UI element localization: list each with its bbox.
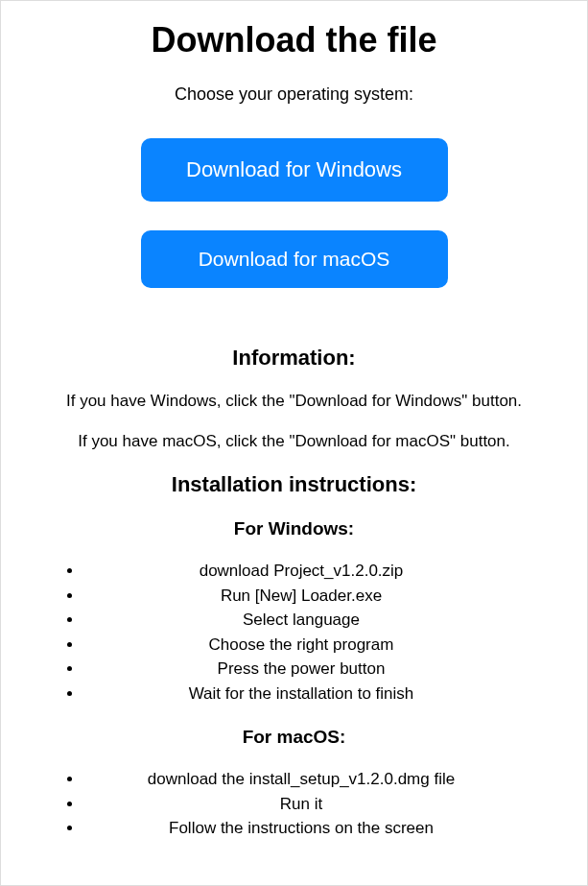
- list-item: download Project_v1.2.0.zip: [83, 559, 558, 584]
- installation-heading: Installation instructions:: [1, 472, 587, 497]
- page-title: Download the file: [1, 20, 587, 60]
- list-item: Run [New] Loader.exe: [83, 584, 558, 609]
- macos-steps-list: download the install_setup_v1.2.0.dmg fi…: [31, 767, 558, 841]
- download-windows-button[interactable]: Download for Windows: [141, 138, 448, 202]
- list-item: Run it: [83, 792, 558, 817]
- macos-subheading: For macOS:: [1, 727, 587, 748]
- info-windows-text: If you have Windows, click the "Download…: [1, 392, 587, 411]
- list-item: download the install_setup_v1.2.0.dmg fi…: [83, 767, 558, 792]
- windows-steps-list: download Project_v1.2.0.zip Run [New] Lo…: [31, 559, 558, 706]
- list-item: Follow the instructions on the screen: [83, 816, 558, 841]
- list-item: Press the power button: [83, 657, 558, 682]
- list-item: Wait for the installation to finish: [83, 682, 558, 706]
- download-buttons: Download for Windows Download for macOS: [1, 138, 587, 288]
- info-macos-text: If you have macOS, click the "Download f…: [1, 432, 587, 451]
- windows-subheading: For Windows:: [1, 518, 587, 539]
- information-heading: Information:: [1, 346, 587, 371]
- list-item: Select language: [83, 608, 558, 633]
- download-macos-button[interactable]: Download for macOS: [141, 230, 448, 288]
- os-subtitle: Choose your operating system:: [1, 84, 587, 105]
- list-item: Choose the right program: [83, 633, 558, 658]
